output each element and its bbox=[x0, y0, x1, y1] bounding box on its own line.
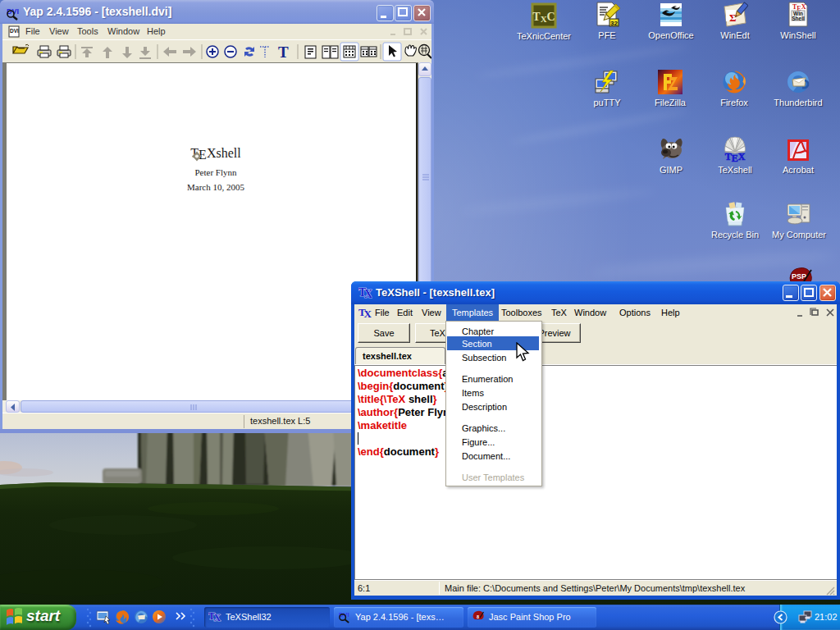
svg-text:X: X bbox=[364, 308, 372, 319]
svg-text:Shell: Shell bbox=[792, 16, 805, 21]
svg-text:PSP: PSP bbox=[792, 272, 806, 281]
svg-text:T: T bbox=[278, 43, 289, 61]
svg-text:32: 32 bbox=[610, 20, 618, 27]
svg-text:DVI: DVI bbox=[10, 28, 19, 34]
svg-text:8: 8 bbox=[477, 614, 479, 619]
svg-text:Σ: Σ bbox=[729, 11, 737, 24]
svg-text:X: X bbox=[214, 612, 221, 623]
svg-text:TEX: TEX bbox=[725, 151, 746, 162]
svg-text:X: X bbox=[364, 288, 372, 299]
